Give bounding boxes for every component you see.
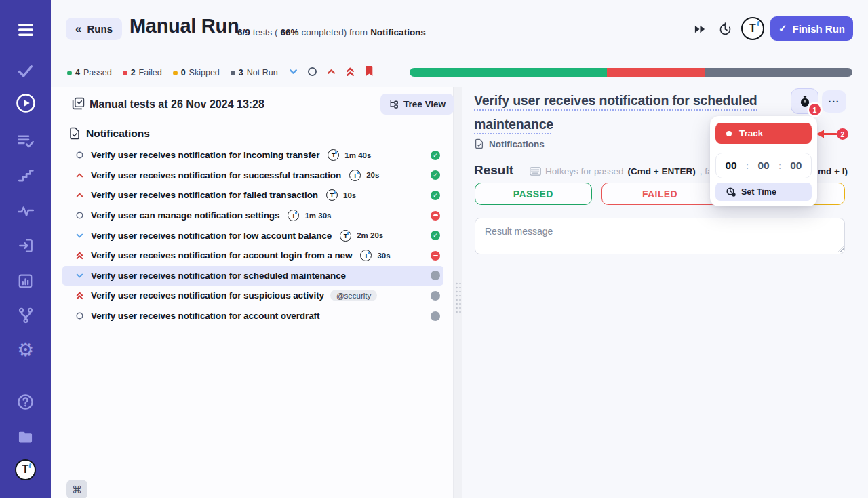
- priority-high-icon: [75, 191, 84, 200]
- priority-normal-icon: [75, 151, 84, 160]
- test-duration: 20s: [366, 171, 379, 179]
- test-duration: 30s: [377, 252, 390, 260]
- filter-chevron-down-icon[interactable]: [288, 66, 298, 77]
- test-title: Verify user receives notification for su…: [91, 170, 341, 180]
- testomat-logo-icon: T: [288, 210, 299, 221]
- sidebar-bar-chart-icon[interactable]: [0, 270, 51, 292]
- run-progress-summary: 6/9 tests ( 66% completed) from Notifica…: [237, 27, 426, 37]
- annotation-arrow-icon: [816, 129, 837, 142]
- status-badge-notrun: [431, 271, 440, 280]
- sidebar-logo-icon[interactable]: T: [0, 459, 51, 480]
- status-badge-passed: [431, 170, 440, 180]
- back-chevron-icon: «: [75, 22, 81, 36]
- panel-splitter[interactable]: [453, 87, 462, 498]
- annotation-badge-1: 1: [809, 104, 821, 115]
- sidebar-steps-icon[interactable]: [0, 165, 51, 187]
- priority-critical-icon: [75, 251, 84, 261]
- status-badge-passed: [431, 151, 440, 160]
- status-badge-failed: [431, 251, 440, 261]
- test-row[interactable]: Verify user receives notification for su…: [62, 166, 443, 186]
- result-heading: Result: [474, 163, 513, 178]
- filter-circle-icon[interactable]: [307, 66, 317, 77]
- test-row[interactable]: Verify user receives notification for lo…: [62, 225, 443, 246]
- tree-view-button[interactable]: Tree View: [380, 94, 454, 115]
- app-sidebar: ⚙T: [0, 0, 51, 498]
- sidebar-list-check-icon[interactable]: [0, 130, 51, 151]
- finish-run-button[interactable]: ✓ Finish Run: [770, 16, 853, 41]
- seconds-input[interactable]: 00: [790, 159, 802, 172]
- test-row[interactable]: Verify user receives notification for sc…: [62, 266, 443, 286]
- sidebar-import-icon[interactable]: [0, 235, 51, 256]
- test-title: Verify user receives notification for fa…: [91, 190, 318, 200]
- status-dot-icon: [123, 71, 127, 75]
- test-duration: 10s: [343, 191, 356, 199]
- test-duration: 1m 30s: [304, 212, 331, 220]
- result-message-input[interactable]: [475, 218, 845, 254]
- filter-bookmark-icon[interactable]: [363, 66, 374, 77]
- command-key-button[interactable]: ⌘: [66, 480, 87, 498]
- run-progress-bar: [410, 68, 852, 77]
- page-title: Manual Run: [130, 15, 239, 37]
- status-badge-passed: [431, 191, 440, 200]
- sidebar-check-icon[interactable]: [0, 60, 51, 81]
- run-title: Manual tests at 26 Nov 2024 13:28: [90, 98, 264, 111]
- back-label: Runs: [87, 23, 113, 35]
- file-check-icon: [475, 138, 484, 149]
- minutes-input[interactable]: 00: [757, 159, 769, 172]
- check-icon: ✓: [778, 22, 787, 35]
- priority-critical-icon: [75, 291, 84, 301]
- priority-normal-icon: [75, 211, 84, 221]
- timer-popup: Track 00 : 00 : 00 Set Time: [710, 116, 817, 206]
- status-summary: 4Passed2Failed0Skipped3Not Run: [67, 68, 278, 77]
- testomat-logo-icon: T: [328, 149, 339, 161]
- sidebar-help-icon[interactable]: [0, 391, 51, 413]
- testomat-logo-icon: T: [349, 170, 361, 181]
- status-badge-failed: [431, 211, 440, 221]
- hours-input[interactable]: 00: [726, 159, 737, 172]
- test-title: Verify user receives notification for in…: [91, 150, 319, 160]
- test-row[interactable]: Verify user receives notification for su…: [62, 286, 443, 306]
- timer-history-icon[interactable]: [715, 19, 734, 38]
- test-row[interactable]: Verify user receives notification for ac…: [62, 246, 443, 266]
- progress-segment-failed: [607, 68, 705, 77]
- test-title: Verify user receives notification for lo…: [91, 231, 332, 241]
- test-duration: 1m 40s: [344, 151, 371, 159]
- track-button[interactable]: Track: [715, 123, 812, 144]
- test-title: Verify user receives notification for ac…: [91, 250, 352, 261]
- checklist-icon: [71, 96, 85, 113]
- status-dot-icon: [173, 71, 178, 75]
- set-time-button[interactable]: Set Time: [715, 183, 812, 201]
- priority-low-icon: [75, 271, 84, 280]
- sidebar-branch-icon[interactable]: [0, 305, 51, 326]
- test-duration: 2m 20s: [357, 231, 383, 240]
- fast-forward-icon[interactable]: [690, 20, 709, 39]
- splitter-grip-icon[interactable]: [455, 282, 461, 314]
- test-title: Verify user receives notification for ac…: [91, 311, 319, 321]
- testomat-logo-icon[interactable]: T: [741, 17, 764, 40]
- test-list: Verify user receives notification for in…: [62, 145, 443, 326]
- clock-gear-icon: [726, 187, 736, 197]
- test-row[interactable]: Verify user can manage notification sett…: [62, 206, 443, 226]
- summary-item: 2Failed: [123, 68, 162, 77]
- test-row[interactable]: Verify user receives notification for ac…: [62, 306, 443, 326]
- sidebar-activity-icon[interactable]: [0, 200, 51, 222]
- status-dot-icon: [67, 71, 72, 75]
- sidebar-play-circle-icon[interactable]: [0, 92, 51, 114]
- passed-button[interactable]: PASSED: [475, 183, 592, 205]
- failed-button[interactable]: FAILED: [601, 183, 719, 205]
- summary-item: 3Not Run: [231, 68, 278, 77]
- more-options-button[interactable]: ···: [822, 90, 846, 113]
- filter-double-chevron-up-icon[interactable]: [344, 66, 355, 77]
- test-row[interactable]: Verify user receives notification for fa…: [62, 185, 443, 206]
- back-to-runs-button[interactable]: « Runs: [66, 18, 122, 40]
- progress-segment-passed: [410, 68, 607, 77]
- sidebar-menu-icon[interactable]: [0, 19, 51, 41]
- filter-chevron-up-icon[interactable]: [326, 66, 336, 77]
- test-row[interactable]: Verify user receives notification for in…: [62, 145, 443, 166]
- test-title: Verify user can manage notification sett…: [91, 210, 279, 221]
- sidebar-folder-icon[interactable]: [0, 426, 51, 448]
- percent-completed: 66%: [281, 27, 299, 37]
- test-title: Verify user receives notification for sc…: [91, 271, 346, 281]
- test-title: Verify user receives notification for su…: [91, 290, 324, 301]
- sidebar-gear-icon[interactable]: ⚙: [0, 339, 51, 361]
